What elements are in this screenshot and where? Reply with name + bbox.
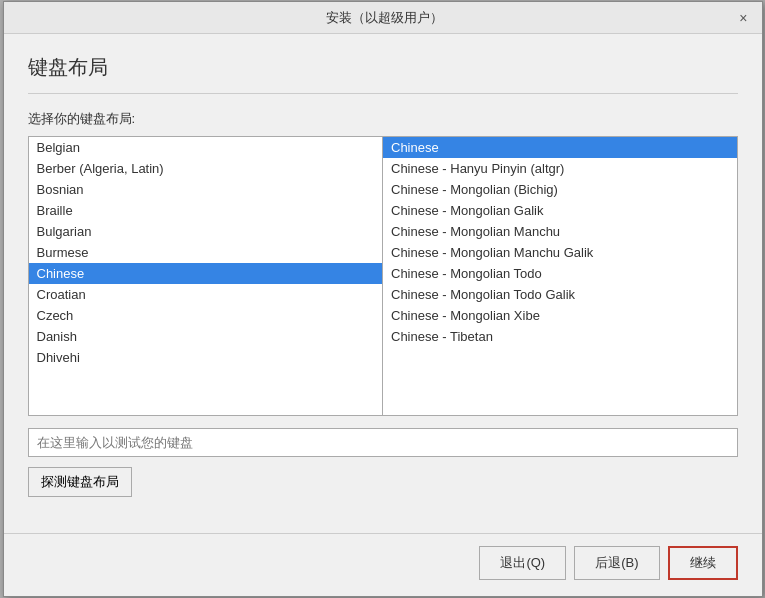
list-item[interactable]: Berber (Algeria, Latin) xyxy=(29,158,383,179)
list-item[interactable]: Belgian xyxy=(29,137,383,158)
list-item[interactable]: Chinese - Tibetan xyxy=(383,326,737,347)
list-item[interactable]: Danish xyxy=(29,326,383,347)
list-item[interactable]: Dhivehi xyxy=(29,347,383,368)
variant-list[interactable]: ChineseChinese - Hanyu Pinyin (altgr)Chi… xyxy=(383,137,737,415)
window-title: 安装（以超级用户） xyxy=(34,9,736,27)
main-window: 安装（以超级用户） × 键盘布局 选择你的键盘布局: BelgianBerber… xyxy=(3,1,763,597)
list-item[interactable]: Chinese - Mongolian Todo Galik xyxy=(383,284,737,305)
list-item[interactable]: Croatian xyxy=(29,284,383,305)
list-item[interactable]: Chinese xyxy=(383,137,737,158)
detect-layout-button[interactable]: 探测键盘布局 xyxy=(28,467,132,497)
list-item[interactable]: Chinese - Mongolian Todo xyxy=(383,263,737,284)
list-item[interactable]: Chinese - Hanyu Pinyin (altgr) xyxy=(383,158,737,179)
keyboard-lists: BelgianBerber (Algeria, Latin)BosnianBra… xyxy=(28,136,738,416)
list-item[interactable]: Chinese - Mongolian Manchu xyxy=(383,221,737,242)
subtitle-label: 选择你的键盘布局: xyxy=(28,110,738,128)
list-item[interactable]: Braille xyxy=(29,200,383,221)
close-button[interactable]: × xyxy=(735,10,751,26)
content-area: 键盘布局 选择你的键盘布局: BelgianBerber (Algeria, L… xyxy=(4,34,762,517)
list-item[interactable]: Chinese - Mongolian Galik xyxy=(383,200,737,221)
list-item[interactable]: Bulgarian xyxy=(29,221,383,242)
list-item[interactable]: Chinese xyxy=(29,263,383,284)
list-item[interactable]: Chinese - Mongolian (Bichig) xyxy=(383,179,737,200)
list-item[interactable]: Chinese - Mongolian Xibe xyxy=(383,305,737,326)
language-list[interactable]: BelgianBerber (Algeria, Latin)BosnianBra… xyxy=(29,137,384,415)
page-heading: 键盘布局 xyxy=(28,54,738,94)
test-input-container xyxy=(28,428,738,457)
titlebar: 安装（以超级用户） × xyxy=(4,2,762,34)
keyboard-test-input[interactable] xyxy=(28,428,738,457)
list-item[interactable]: Burmese xyxy=(29,242,383,263)
list-item[interactable]: Chinese - Mongolian Manchu Galik xyxy=(383,242,737,263)
list-item[interactable]: Bosnian xyxy=(29,179,383,200)
list-item[interactable]: Czech xyxy=(29,305,383,326)
quit-button[interactable]: 退出(Q) xyxy=(479,546,566,580)
footer: 退出(Q) 后退(B) 继续 xyxy=(4,533,762,596)
continue-button[interactable]: 继续 xyxy=(668,546,738,580)
back-button[interactable]: 后退(B) xyxy=(574,546,659,580)
